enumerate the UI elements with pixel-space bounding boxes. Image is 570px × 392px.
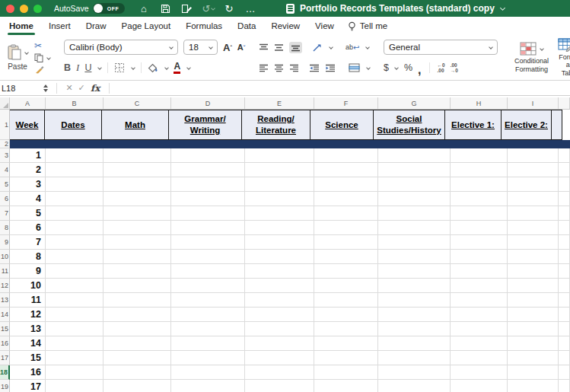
increase-font-size-button[interactable]: Aˆ: [223, 42, 232, 53]
cell-G16[interactable]: [378, 336, 451, 351]
select-all-corner[interactable]: [0, 97, 10, 109]
borders-button[interactable]: [114, 62, 125, 73]
cell-F8[interactable]: [314, 221, 378, 235]
close-window-button[interactable]: [6, 5, 14, 13]
cell-C18[interactable]: [103, 365, 171, 380]
cell-G8[interactable]: [378, 221, 451, 235]
row-header-12[interactable]: 12: [0, 279, 10, 293]
cell-J14[interactable]: [559, 308, 570, 322]
column-header-F[interactable]: F: [314, 97, 378, 109]
cell-E19[interactable]: [245, 380, 314, 392]
column-header-D[interactable]: D: [171, 97, 245, 109]
paste-button[interactable]: Paste: [7, 44, 28, 71]
cell-B12[interactable]: [46, 279, 103, 293]
column-header-I[interactable]: I: [508, 97, 559, 109]
insert-function-icon[interactable]: fx: [91, 83, 100, 94]
cell-I5[interactable]: [508, 177, 559, 192]
cell-I16[interactable]: [508, 336, 559, 351]
cell-C8[interactable]: [103, 221, 171, 235]
row-header-18[interactable]: 18: [0, 365, 10, 380]
cell-D19[interactable]: [171, 380, 245, 392]
row-header-11[interactable]: 11: [0, 264, 10, 279]
cell-F14[interactable]: [314, 308, 378, 322]
cell-H14[interactable]: [451, 308, 508, 322]
cell-J12[interactable]: [559, 279, 570, 293]
fill-color-chevron-icon[interactable]: [164, 65, 168, 70]
cell-J3[interactable]: [559, 148, 570, 163]
cell-E3[interactable]: [245, 148, 314, 163]
cell-D6[interactable]: [171, 192, 245, 206]
row-header-10[interactable]: 10: [0, 250, 10, 264]
cell-G19[interactable]: [378, 380, 451, 392]
cell-E18[interactable]: [245, 365, 314, 380]
cell-G18[interactable]: [378, 365, 451, 380]
cell-G6[interactable]: [378, 192, 451, 206]
font-size-select[interactable]: 18: [183, 40, 218, 55]
cell-H4[interactable]: [451, 163, 508, 177]
cell-C14[interactable]: [103, 308, 171, 322]
name-box[interactable]: L18: [0, 84, 41, 93]
align-top-button[interactable]: [259, 43, 269, 52]
tab-page-layout[interactable]: Page Layout: [114, 18, 179, 35]
cell-G4[interactable]: [378, 163, 451, 177]
cell-I17[interactable]: [508, 351, 559, 365]
cell-B3[interactable]: [46, 148, 103, 163]
column-header-partial[interactable]: [559, 97, 570, 109]
bold-button[interactable]: B: [64, 62, 71, 73]
tell-me-control[interactable]: Tell me: [348, 21, 387, 31]
cell-G12[interactable]: [378, 279, 451, 293]
format-painter-button[interactable]: [34, 65, 44, 75]
increase-indent-button[interactable]: [325, 64, 336, 72]
comma-style-button[interactable]: ,: [418, 62, 421, 74]
stepper-down-icon[interactable]: [43, 89, 48, 92]
cell-H13[interactable]: [451, 293, 508, 308]
cell-E14[interactable]: [245, 308, 314, 322]
cell-B14[interactable]: [46, 308, 103, 322]
cell-C17[interactable]: [103, 351, 171, 365]
cell-B17[interactable]: [46, 351, 103, 365]
currency-button[interactable]: $: [384, 62, 389, 73]
cell-G15[interactable]: [378, 322, 451, 336]
tab-review[interactable]: Review: [263, 18, 307, 35]
cell-A10[interactable]: 8: [10, 250, 46, 264]
cell-C11[interactable]: [103, 264, 171, 279]
cell-B13[interactable]: [46, 293, 103, 308]
italic-button[interactable]: I: [76, 62, 79, 74]
cell-E15[interactable]: [245, 322, 314, 336]
row-header-5[interactable]: 5: [0, 177, 10, 192]
cell-I10[interactable]: [508, 250, 559, 264]
row-header-14[interactable]: 14: [0, 308, 10, 322]
row-header-3[interactable]: 3: [0, 148, 10, 163]
cell-H17[interactable]: [451, 351, 508, 365]
cell-A17[interactable]: 15: [10, 351, 46, 365]
cell-B19[interactable]: [46, 380, 103, 392]
cell-J10[interactable]: [559, 250, 570, 264]
decrease-indent-button[interactable]: [309, 64, 320, 72]
cell-J9[interactable]: [559, 235, 570, 250]
cell-A14[interactable]: 12: [10, 308, 46, 322]
name-box-stepper[interactable]: [41, 84, 50, 92]
cell-C19[interactable]: [103, 380, 171, 392]
redo-icon[interactable]: ↻: [224, 3, 235, 14]
cell-I7[interactable]: [508, 206, 559, 221]
cell-H16[interactable]: [451, 336, 508, 351]
merge-center-button[interactable]: [349, 63, 360, 72]
cell-D10[interactable]: [171, 250, 245, 264]
title-chevron-icon[interactable]: [500, 5, 506, 11]
cell-F3[interactable]: [314, 148, 378, 163]
fill-color-button[interactable]: [148, 63, 158, 73]
cell-F19[interactable]: [314, 380, 378, 392]
cell-H10[interactable]: [451, 250, 508, 264]
cell-H6[interactable]: [451, 192, 508, 206]
autosave-toggle[interactable]: OFF: [93, 3, 125, 14]
cell-B4[interactable]: [46, 163, 103, 177]
document-title[interactable]: Portfolio Records Templates (standard) c…: [300, 3, 495, 14]
cell-D15[interactable]: [171, 322, 245, 336]
font-color-chevron-icon[interactable]: [186, 65, 190, 70]
cell-I15[interactable]: [508, 322, 559, 336]
cell-C9[interactable]: [103, 235, 171, 250]
row-header-4[interactable]: 4: [0, 163, 10, 177]
percent-button[interactable]: %: [404, 62, 412, 73]
cell-F6[interactable]: [314, 192, 378, 206]
copy-chevron-icon[interactable]: [46, 56, 50, 60]
